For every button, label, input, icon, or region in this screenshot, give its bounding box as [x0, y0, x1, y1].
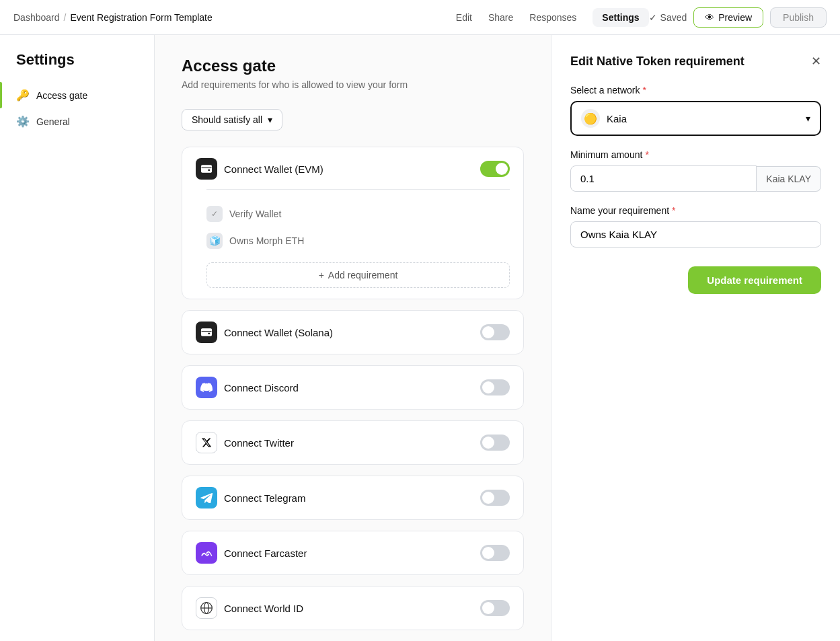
amount-suffix: Kaia KLAY — [757, 166, 821, 192]
gate-item-solana-left: Connect Wallet (Solana) — [196, 322, 333, 343]
svg-rect-0 — [202, 165, 212, 173]
saved-status: ✓ Saved — [649, 12, 687, 23]
chevron-down-icon: ▾ — [806, 113, 810, 124]
saved-label: Saved — [660, 12, 687, 23]
toggle-evm-slider — [480, 161, 510, 177]
gate-item-discord-left: Connect Discord — [196, 377, 299, 398]
app-body: Settings 🔑 Access gate ⚙️ General Access… — [0, 35, 840, 641]
chevron-down-icon: ▾ — [268, 114, 272, 125]
toggle-farcaster-slider — [480, 545, 510, 561]
toggle-farcaster[interactable] — [480, 545, 510, 561]
gate-item-discord: Connect Discord — [182, 365, 524, 410]
sub-req-verify-wallet: ✓ Verify Wallet — [206, 200, 510, 227]
worldid-icon — [196, 597, 217, 619]
gate-item-telegram: Connect Telegram — [182, 476, 524, 520]
gate-item-twitter-label: Connect Twitter — [224, 437, 294, 449]
wallet-solana-icon — [196, 322, 217, 343]
toggle-twitter[interactable] — [480, 435, 510, 451]
toggle-solana-slider — [480, 324, 510, 340]
gate-item-worldid-left: Connect World ID — [196, 597, 303, 619]
gate-item-solana: Connect Wallet (Solana) — [182, 310, 524, 354]
gate-item-farcaster-left: ᨒ Connect Farcaster — [196, 542, 307, 564]
gate-item-evm-label: Connect Wallet (EVM) — [224, 163, 323, 175]
amount-required-star: * — [645, 149, 648, 160]
nav-responses[interactable]: Responses — [529, 12, 576, 23]
gate-item-evm-left: Connect Wallet (EVM) — [196, 158, 323, 180]
gate-item-farcaster: ᨒ Connect Farcaster — [182, 531, 524, 575]
main-nav: Edit Share Responses Settings — [456, 8, 649, 27]
page-title: Access gate — [182, 56, 524, 75]
update-requirement-button[interactable]: Update requirement — [688, 266, 821, 294]
name-required-star: * — [672, 205, 675, 216]
plus-icon: + — [319, 270, 324, 280]
publish-button[interactable]: Publish — [770, 7, 827, 28]
network-selected-value: Kaia — [607, 113, 627, 124]
close-panel-button[interactable]: ✕ — [811, 54, 821, 69]
sidebar-label-general: General — [36, 116, 70, 127]
sidebar-title: Settings — [0, 51, 154, 82]
gate-item-twitter-left: Connect Twitter — [196, 432, 294, 453]
gear-icon: ⚙️ — [16, 115, 30, 128]
discord-icon — [196, 377, 217, 398]
toggle-telegram-slider — [480, 490, 510, 506]
edit-panel: Edit Native Token requirement ✕ Select a… — [551, 35, 840, 641]
gate-item-farcaster-header: ᨒ Connect Farcaster — [196, 542, 510, 564]
network-field-label: Select a network * — [570, 85, 821, 96]
gate-item-solana-label: Connect Wallet (Solana) — [224, 327, 333, 338]
telegram-icon — [196, 487, 217, 508]
sidebar-item-general[interactable]: ⚙️ General — [0, 108, 154, 135]
add-requirement-button[interactable]: + Add requirement — [206, 262, 510, 288]
gate-item-telegram-left: Connect Telegram — [196, 487, 305, 508]
network-required-star: * — [643, 85, 646, 96]
breadcrumb-separator: / — [64, 12, 67, 23]
gate-item-discord-header: Connect Discord — [196, 377, 510, 398]
gate-item-discord-label: Connect Discord — [224, 382, 299, 393]
toggle-telegram[interactable] — [480, 490, 510, 506]
network-select-dropdown[interactable]: 🟡 Kaia ▾ — [570, 101, 821, 136]
svg-rect-1 — [208, 169, 210, 171]
gate-item-twitter-header: Connect Twitter — [196, 432, 510, 453]
toggle-evm[interactable] — [480, 161, 510, 177]
farcaster-icon: ᨒ — [196, 542, 217, 564]
gate-item-worldid-header: Connect World ID — [196, 597, 510, 619]
gate-item-farcaster-label: Connect Farcaster — [224, 548, 307, 559]
top-navigation: Dashboard / Event Registration Form Temp… — [0, 0, 840, 35]
gate-item-worldid-label: Connect World ID — [224, 603, 303, 614]
min-amount-input[interactable] — [570, 165, 757, 192]
toggle-discord[interactable] — [480, 379, 510, 395]
preview-button[interactable]: 👁 Preview — [693, 7, 763, 28]
gate-item-worldid: Connect World ID — [182, 586, 524, 630]
toggle-worldid-slider — [480, 600, 510, 616]
network-select-left: 🟡 Kaia — [581, 109, 627, 128]
sidebar-item-access-gate[interactable]: 🔑 Access gate — [0, 82, 154, 108]
key-icon: 🔑 — [16, 89, 30, 102]
satisfy-label: Should satisfy all — [192, 114, 262, 125]
nav-settings[interactable]: Settings — [593, 8, 648, 27]
svg-rect-3 — [208, 333, 210, 334]
sub-req-morph-eth[interactable]: 🧊 Owns Morph ETH — [206, 227, 510, 254]
verify-wallet-icon: ✓ — [206, 206, 223, 222]
toggle-solana[interactable] — [480, 324, 510, 340]
main-content: Access gate Add requirements for who is … — [155, 35, 551, 641]
edit-panel-header: Edit Native Token requirement ✕ — [570, 54, 821, 69]
morph-eth-label: Owns Morph ETH — [229, 235, 304, 246]
gate-item-evm-header: Connect Wallet (EVM) — [196, 158, 510, 180]
form-title: Event Registration Form Template — [70, 12, 212, 23]
nav-share[interactable]: Share — [488, 12, 513, 23]
check-icon: ✓ — [649, 12, 657, 23]
dashboard-link[interactable]: Dashboard — [13, 12, 60, 23]
nav-edit[interactable]: Edit — [456, 12, 472, 23]
name-field-label: Name your requirement * — [570, 205, 821, 216]
toggle-discord-slider — [480, 379, 510, 395]
toggle-worldid[interactable] — [480, 600, 510, 616]
gate-item-telegram-label: Connect Telegram — [224, 492, 305, 504]
sub-requirements-evm: ✓ Verify Wallet 🧊 Owns Morph ETH + Add r… — [196, 189, 510, 288]
settings-sidebar: Settings 🔑 Access gate ⚙️ General — [0, 35, 155, 641]
satisfy-dropdown[interactable]: Should satisfy all ▾ — [182, 109, 282, 130]
gate-item-solana-header: Connect Wallet (Solana) — [196, 322, 510, 343]
requirement-name-input[interactable] — [570, 221, 821, 248]
gate-item-evm: Connect Wallet (EVM) ✓ Verify Wallet 🧊 O… — [182, 147, 524, 299]
add-requirement-label: Add requirement — [328, 270, 398, 280]
divider — [206, 189, 510, 190]
nav-actions: ✓ Saved 👁 Preview Publish — [649, 7, 827, 28]
